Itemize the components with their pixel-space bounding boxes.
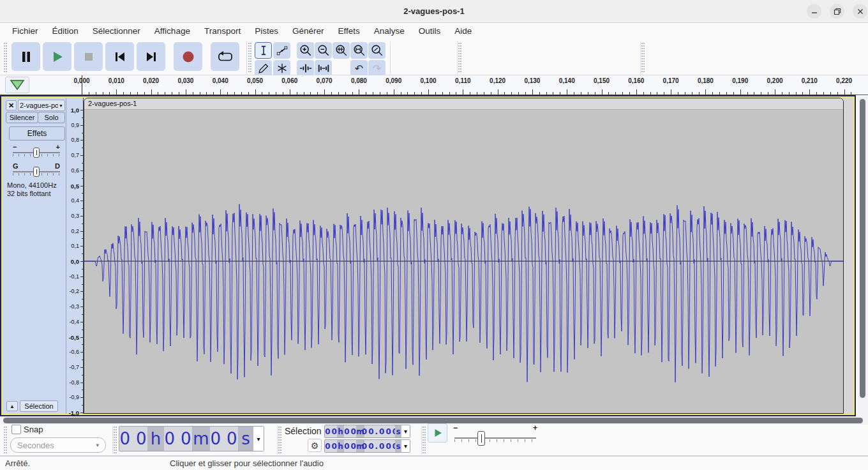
play-speed-grip[interactable] xyxy=(423,427,426,453)
menu-item-fichier[interactable]: Fichier xyxy=(5,23,45,40)
time-digits[interactable]: 00 xyxy=(325,425,337,437)
timeline-ruler[interactable]: 0,0000,0100,0200,0300,0400,0500,0600,070… xyxy=(0,75,868,95)
track-close-button[interactable]: ✕ xyxy=(6,100,17,110)
clip-title: 2-vagues-pos-1 xyxy=(88,100,137,107)
gain-slider[interactable]: − + xyxy=(11,144,61,158)
time-display-caret[interactable]: ▾ xyxy=(401,440,410,452)
snap-checkbox[interactable] xyxy=(11,425,21,434)
restore-button[interactable] xyxy=(830,4,844,19)
audio-clip[interactable]: 2-vagues-pos-1 xyxy=(84,98,844,414)
silence-audio-button[interactable] xyxy=(315,60,332,77)
skip-to-start-button[interactable] xyxy=(105,42,134,71)
stop-button[interactable] xyxy=(74,42,103,71)
trim-audio-button[interactable] xyxy=(297,60,314,77)
minimize-button[interactable] xyxy=(807,4,821,19)
time-digits[interactable]: 00 xyxy=(164,427,192,451)
time-unit[interactable]: s xyxy=(395,425,401,437)
time-digits[interactable]: 00 xyxy=(344,425,356,437)
time-digits[interactable]: 00.000 xyxy=(364,425,395,437)
time-unit[interactable]: m xyxy=(192,427,210,451)
menu-item-generer[interactable]: Générer xyxy=(285,23,331,40)
time-unit[interactable]: h xyxy=(337,440,344,452)
multi-tool-button[interactable] xyxy=(273,60,290,77)
time-display-caret[interactable]: ▾ xyxy=(401,425,410,437)
time-digits[interactable]: 00.000 xyxy=(364,440,395,452)
loop-button[interactable] xyxy=(211,42,239,71)
timeline-minor-tick xyxy=(317,92,318,95)
menu-item-edition[interactable]: Édition xyxy=(45,23,86,40)
snap-toolbar-grip[interactable] xyxy=(4,427,7,453)
redo-button[interactable]: ↷ xyxy=(368,60,385,77)
timeline-major-tick xyxy=(671,89,671,95)
menu-item-effets[interactable]: Effets xyxy=(331,23,366,40)
loop-region-button[interactable] xyxy=(5,77,29,93)
timeline-minor-tick xyxy=(851,92,851,95)
menu-item-affichage[interactable]: Affichage xyxy=(147,23,197,40)
vruler-label: 0,5 xyxy=(71,182,79,189)
time-digits[interactable]: 00 xyxy=(210,427,238,451)
mute-button[interactable]: Silencer xyxy=(6,112,38,123)
collapse-track-button[interactable]: ▲ xyxy=(6,401,18,411)
time-digits[interactable]: 00 xyxy=(119,427,147,451)
effects-button[interactable]: Effets xyxy=(9,126,65,140)
play-meter-grip[interactable] xyxy=(641,43,645,72)
vruler-tick xyxy=(80,397,83,398)
pan-slider[interactable]: G D xyxy=(11,163,61,178)
time-toolbar-grip[interactable] xyxy=(114,427,117,453)
menu-item-selectionner[interactable]: Sélectionner xyxy=(86,23,147,40)
waveform[interactable] xyxy=(84,110,843,413)
vertical-scrollbar-thumb[interactable] xyxy=(860,99,865,398)
play-speed-slider[interactable]: − + xyxy=(452,422,539,448)
draw-tool-button[interactable] xyxy=(255,60,272,77)
play-button[interactable] xyxy=(43,42,71,71)
vruler-minor-tick xyxy=(82,330,83,330)
menu-item-transport[interactable]: Transport xyxy=(197,23,248,40)
track-selection-button[interactable]: Sélection xyxy=(20,400,58,412)
time-display-caret[interactable]: ▾ xyxy=(253,427,264,451)
vertical-scrollbar[interactable] xyxy=(857,96,868,416)
time-digits[interactable]: 00 xyxy=(344,440,356,452)
time-unit[interactable]: s xyxy=(395,440,401,452)
pause-button[interactable] xyxy=(11,42,40,71)
zoom-in-icon xyxy=(299,43,313,57)
skip-to-end-button[interactable] xyxy=(137,42,165,71)
selection-settings-button[interactable]: ⚙ xyxy=(308,439,322,452)
time-digits[interactable]: 00 xyxy=(325,440,337,452)
zoom-toggle-button[interactable] xyxy=(368,42,385,59)
selection-end-field[interactable]: 00h00m00.000s▾ xyxy=(324,439,410,453)
track-name: 2-vagues-po xyxy=(20,102,58,109)
audio-position-display[interactable]: 00h00m00s▾ xyxy=(119,426,264,451)
zoom-in-button[interactable] xyxy=(297,42,314,59)
menu-item-analyse[interactable]: Analyse xyxy=(367,23,412,40)
gain-slider-thumb[interactable] xyxy=(33,148,40,158)
menu-item-pistes[interactable]: Pistes xyxy=(248,23,285,40)
record-meter-grip[interactable] xyxy=(458,43,461,72)
play-at-speed-button[interactable] xyxy=(428,423,447,443)
record-button[interactable] xyxy=(174,42,202,71)
fit-project-button[interactable] xyxy=(350,42,368,59)
zoom-out-button[interactable] xyxy=(315,42,332,59)
track-name-button[interactable]: 2-vagues-po ▼ xyxy=(18,100,65,111)
selection-tool-button[interactable] xyxy=(255,42,272,59)
snap-mode-select[interactable]: Secondes ▾ xyxy=(10,437,106,453)
close-button[interactable] xyxy=(853,4,867,19)
track-canvas[interactable]: 2-vagues-pos-1 xyxy=(84,98,853,414)
undo-button[interactable]: ↶ xyxy=(350,60,368,77)
clip-title-bar[interactable]: 2-vagues-pos-1 xyxy=(84,98,843,110)
envelope-tool-button[interactable] xyxy=(273,42,290,59)
tools-toolbar-grip[interactable] xyxy=(248,43,251,72)
vertical-scale-ruler[interactable]: 1,00,90,80,70,60,50,40,30,20,10,0-0,1-0,… xyxy=(66,98,84,414)
play-speed-thumb[interactable] xyxy=(477,431,485,446)
time-unit[interactable]: h xyxy=(337,425,344,437)
time-unit[interactable]: h xyxy=(147,427,164,451)
selection-toolbar-grip[interactable] xyxy=(278,427,281,453)
time-unit[interactable]: s xyxy=(238,427,253,451)
transport-toolbar-grip[interactable] xyxy=(4,43,7,72)
solo-button[interactable]: Solo xyxy=(38,112,65,123)
menu-item-aide[interactable]: Aide xyxy=(447,23,479,40)
selection-start-field[interactable]: 00h00m00.000s▾ xyxy=(324,425,410,438)
fit-selection-button[interactable] xyxy=(333,42,350,59)
menu-item-outils[interactable]: Outils xyxy=(412,23,448,40)
pan-slider-thumb[interactable] xyxy=(33,167,40,177)
horizontal-scrollbar-thumb[interactable] xyxy=(3,418,863,423)
